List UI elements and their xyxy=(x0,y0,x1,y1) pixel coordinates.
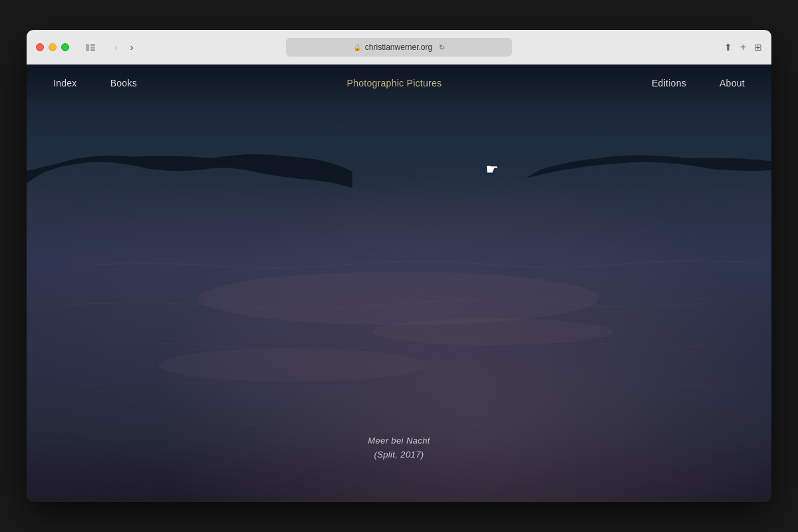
traffic-lights xyxy=(36,43,69,51)
photo-caption: Meer bei Nacht (Split, 2017) xyxy=(368,434,430,462)
close-button[interactable] xyxy=(36,43,44,51)
add-tab-icon[interactable]: + xyxy=(740,41,746,53)
nav-books[interactable]: Books xyxy=(110,78,137,88)
svg-rect-2 xyxy=(90,47,95,49)
nav-left: Index Books xyxy=(53,78,137,88)
browser-window: ‹ › 🔒 christianwerner.org ↻ ⬆ + ⊞ xyxy=(27,30,771,502)
address-bar-container: 🔒 christianwerner.org ↻ xyxy=(286,38,512,57)
nav-photographic-pictures[interactable]: Photographic Pictures xyxy=(347,78,442,88)
share-icon[interactable]: ⬆ xyxy=(724,42,732,53)
reload-icon[interactable]: ↻ xyxy=(439,43,445,52)
grid-icon[interactable]: ⊞ xyxy=(754,42,762,53)
maximize-button[interactable] xyxy=(61,43,69,51)
svg-point-4 xyxy=(199,271,600,325)
svg-rect-0 xyxy=(86,44,89,51)
nav-arrows: ‹ › xyxy=(108,39,140,55)
minimize-button[interactable] xyxy=(49,43,57,51)
content-area: Index Books Photographic Pictures Editio… xyxy=(27,65,771,502)
nav-index[interactable]: Index xyxy=(53,78,77,88)
forward-button[interactable]: › xyxy=(124,39,140,55)
back-button[interactable]: ‹ xyxy=(108,39,124,55)
svg-rect-3 xyxy=(90,49,95,51)
caption-title: Meer bei Nacht (Split, 2017) xyxy=(368,434,430,462)
browser-toolbar-right: ⬆ + ⊞ xyxy=(724,41,762,53)
sidebar-toggle-icon[interactable] xyxy=(81,41,100,54)
nav-about[interactable]: About xyxy=(720,78,745,88)
nav-center: Photographic Pictures xyxy=(137,78,652,88)
title-bar: ‹ › 🔒 christianwerner.org ↻ ⬆ + ⊞ xyxy=(27,30,771,65)
lock-icon: 🔒 xyxy=(353,44,361,51)
svg-point-5 xyxy=(158,348,426,382)
nav-right: Editions About xyxy=(652,78,745,88)
address-bar[interactable]: 🔒 christianwerner.org ↻ xyxy=(286,38,512,57)
nav-editions[interactable]: Editions xyxy=(652,78,686,88)
main-nav: Index Books Photographic Pictures Editio… xyxy=(27,65,771,101)
url-display: christianwerner.org xyxy=(365,43,432,52)
svg-rect-1 xyxy=(90,44,95,46)
window-controls xyxy=(81,41,100,54)
